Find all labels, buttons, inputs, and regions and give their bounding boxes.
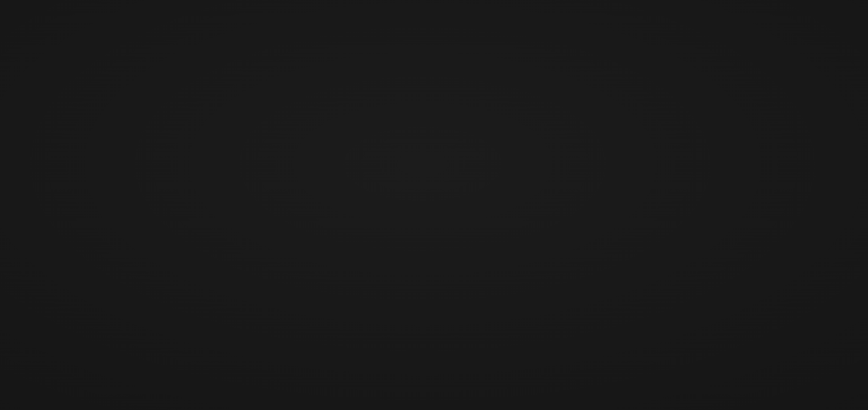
wire-layer — [0, 0, 868, 410]
node-graph-canvas[interactable] — [0, 0, 868, 410]
